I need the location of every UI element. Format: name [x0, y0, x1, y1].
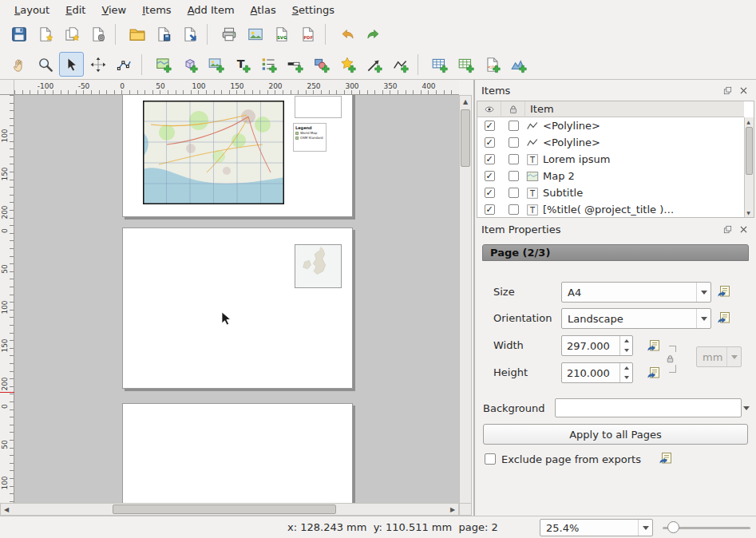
scroll-right-arrow[interactable]: ▶	[447, 504, 458, 515]
redo-button[interactable]	[361, 22, 386, 47]
exclude-page-checkbox[interactable]	[485, 453, 496, 465]
lock-checkbox[interactable]	[509, 154, 519, 164]
background-color-dropdown[interactable]	[742, 401, 751, 415]
visibility-column-header[interactable]	[477, 101, 501, 117]
items-list-scrollbar[interactable]: ▲ ▼	[744, 117, 754, 217]
item-row-title[interactable]: ✓ T [%title( @project_title )…	[477, 201, 744, 218]
orientation-combo[interactable]: Landscape	[561, 308, 711, 329]
new-layout-button[interactable]	[33, 22, 57, 47]
menu-atlas[interactable]: Atlas	[243, 2, 284, 18]
add-scalebar-button[interactable]	[283, 52, 307, 77]
exclude-data-defined-button[interactable]	[656, 449, 675, 468]
add-elevation-profile-button[interactable]	[506, 52, 531, 77]
lock-checkbox[interactable]	[509, 204, 519, 215]
zoom-level-combo[interactable]: 25.4%	[540, 519, 653, 536]
spin-down-button[interactable]	[620, 373, 632, 382]
undock-icon[interactable]	[722, 224, 734, 235]
legend-item[interactable]: Legend World MapOSM Standard	[293, 123, 327, 152]
visibility-checkbox[interactable]: ✓	[485, 204, 495, 215]
scroll-left-arrow[interactable]: ◀	[1, 504, 12, 515]
lock-checkbox[interactable]	[509, 188, 519, 198]
vertical-scrollbar[interactable]: ▲ ▼	[459, 95, 472, 516]
add-items-from-template-button[interactable]	[177, 22, 202, 47]
overview-map-item[interactable]	[295, 244, 342, 288]
lock-checkbox[interactable]	[509, 121, 519, 131]
height-spinbox[interactable]: 210.000	[561, 362, 633, 383]
items-panel-titlebar[interactable]: Items	[475, 80, 756, 101]
spin-up-button[interactable]	[620, 336, 632, 346]
layout-viewport[interactable]: Legend World MapOSM Standard	[14, 95, 459, 503]
add-label-button[interactable]: T	[230, 52, 255, 77]
page-1[interactable]: Legend World MapOSM Standard	[122, 95, 353, 217]
add-marker-button[interactable]	[335, 52, 360, 77]
items-scroll-thumb[interactable]	[746, 127, 753, 175]
print-button[interactable]	[216, 22, 241, 47]
lock-aspect-icon[interactable]	[663, 352, 676, 365]
vertical-scroll-thumb[interactable]	[461, 109, 470, 167]
save-as-template-button[interactable]	[151, 22, 176, 47]
spin-down-button[interactable]	[620, 346, 632, 355]
page-2[interactable]	[122, 227, 353, 389]
zoom-slider-handle[interactable]	[667, 521, 679, 533]
height-data-defined-button[interactable]	[644, 363, 663, 382]
menu-layout[interactable]: Layout	[6, 2, 57, 18]
undock-icon[interactable]	[722, 85, 734, 97]
menu-view[interactable]: View	[93, 2, 134, 18]
apply-to-all-pages-button[interactable]: Apply to all Pages	[483, 424, 748, 445]
pan-layout-button[interactable]	[6, 52, 31, 77]
page-3[interactable]	[122, 403, 353, 503]
add-html-button[interactable]: </>	[480, 52, 505, 77]
item-row-map-2[interactable]: ✓ Map 2	[477, 168, 744, 184]
close-icon[interactable]	[738, 224, 750, 235]
visibility-checkbox[interactable]: ✓	[485, 121, 495, 131]
spin-up-button[interactable]	[620, 363, 632, 373]
visibility-checkbox[interactable]: ✓	[485, 171, 495, 181]
width-spinbox[interactable]: 297.000	[561, 335, 633, 356]
add-arrow-button[interactable]	[362, 52, 386, 77]
items-scroll-down-arrow[interactable]: ▼	[744, 208, 753, 217]
menu-settings[interactable]: Settings	[284, 2, 342, 18]
duplicate-layout-button[interactable]	[59, 22, 84, 47]
add-shape-button[interactable]	[309, 52, 334, 77]
size-data-defined-button[interactable]	[714, 282, 734, 301]
item-column-header[interactable]: Item	[525, 101, 744, 117]
add-picture-button[interactable]	[204, 52, 228, 77]
add-attribute-table-button[interactable]	[427, 52, 452, 77]
lock-column-header[interactable]	[501, 101, 525, 117]
lock-checkbox[interactable]	[509, 171, 519, 181]
item-row-polyline-2[interactable]: ✓ <Polyline>	[477, 134, 744, 151]
visibility-checkbox[interactable]: ✓	[485, 188, 495, 198]
add-fixed-table-button[interactable]	[453, 52, 478, 77]
width-data-defined-button[interactable]	[644, 336, 663, 355]
add-node-item-button[interactable]	[388, 52, 413, 77]
horizontal-scrollbar[interactable]: ◀ ▶	[0, 503, 459, 516]
units-combo[interactable]: mm	[696, 346, 742, 367]
undo-button[interactable]	[334, 22, 359, 47]
map-item-preview[interactable]	[143, 101, 284, 204]
add-3d-map-button[interactable]	[177, 52, 202, 77]
menu-items[interactable]: Items	[134, 2, 179, 18]
item-row-lorem-ipsum[interactable]: ✓ T Lorem ipsum	[477, 151, 744, 168]
page-size-combo[interactable]: A4	[561, 282, 711, 303]
zoom-tool-button[interactable]	[33, 52, 57, 77]
menu-add-item[interactable]: Add Item	[180, 2, 243, 18]
visibility-checkbox[interactable]: ✓	[485, 137, 495, 148]
export-pdf-button[interactable]: PDF	[295, 22, 320, 47]
items-scroll-up-arrow[interactable]: ▲	[744, 117, 753, 126]
menu-edit[interactable]: Edit	[57, 2, 93, 18]
background-color-button[interactable]	[555, 398, 742, 417]
horizontal-scroll-thumb[interactable]	[113, 504, 336, 514]
move-item-content-button[interactable]	[85, 52, 110, 77]
save-project-button[interactable]	[6, 22, 31, 47]
export-image-button[interactable]	[243, 22, 267, 47]
title-label-item[interactable]	[295, 96, 342, 118]
layout-manager-button[interactable]	[85, 22, 110, 47]
select-move-item-button[interactable]	[59, 52, 84, 77]
add-legend-button[interactable]	[256, 52, 281, 77]
visibility-checkbox[interactable]: ✓	[485, 154, 495, 164]
edit-nodes-item-button[interactable]	[112, 52, 137, 77]
item-properties-panel-titlebar[interactable]: Item Properties	[475, 219, 756, 239]
export-svg-button[interactable]: SVG	[269, 22, 294, 47]
item-row-polyline-1[interactable]: ✓ <Polyline>	[477, 117, 744, 134]
add-map-button[interactable]	[151, 52, 176, 77]
